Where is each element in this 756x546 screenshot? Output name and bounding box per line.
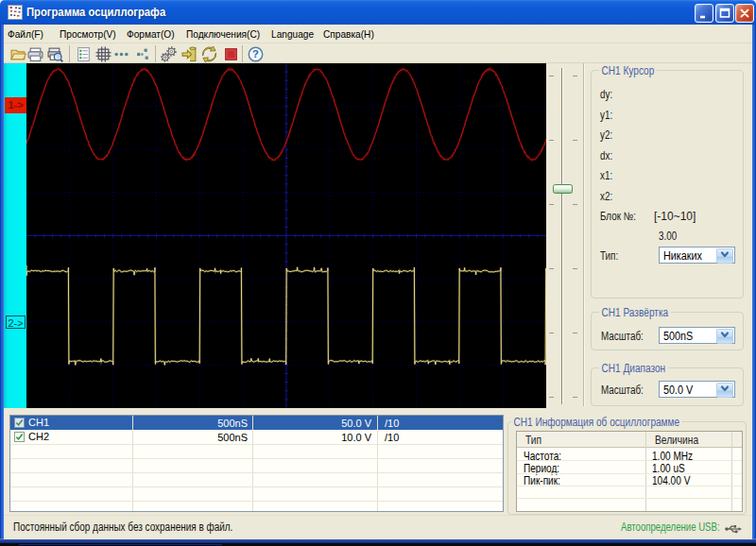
svg-text:?: ? (252, 48, 259, 60)
